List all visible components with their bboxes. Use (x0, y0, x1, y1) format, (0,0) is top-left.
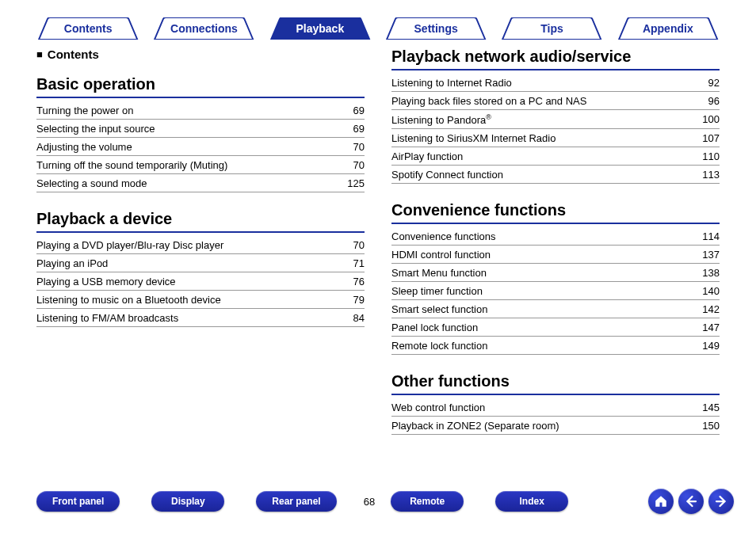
tab-contents[interactable]: Contents (30, 17, 146, 40)
section-title: Playback network audio/service (391, 48, 720, 70)
toc-row[interactable]: Playing an iPod71 (36, 254, 365, 272)
toc-row-page: 140 (702, 285, 720, 297)
toc-row[interactable]: Listening to music on a Bluetooth device… (36, 291, 365, 309)
toc-row-page: 138 (702, 267, 720, 279)
toc-row-label: Listening to FM/AM broadcasts (36, 312, 178, 324)
toc-row-page: 149 (702, 340, 720, 352)
toc-row-label: Web control function (391, 402, 485, 413)
toc-row-label: Panel lock function (391, 322, 478, 333)
toc-row[interactable]: Selecting the input source69 (36, 120, 365, 138)
section-title: Convenience functions (391, 201, 720, 224)
contents-heading: Contents (36, 48, 365, 61)
toc-row-page: 96 (708, 95, 720, 107)
left-column: Contents Basic operationTurning the powe… (36, 48, 365, 470)
toc-row[interactable]: AirPlay function110 (391, 147, 720, 166)
toc-row-page: 70 (353, 159, 365, 171)
tab-label: Tips (540, 22, 563, 35)
toc-row[interactable]: Smart select function142 (391, 300, 720, 318)
section-title: Other functions (391, 372, 720, 395)
toc-row-page: 150 (702, 420, 720, 432)
tab-label: Connections (170, 22, 238, 35)
toc-row-label: Playing an iPod (36, 257, 108, 269)
toc-row-page: 107 (702, 132, 720, 144)
rear-panel-button[interactable]: Rear panel (256, 491, 336, 512)
toc-row-label: Smart select function (391, 303, 487, 315)
toc-section: Playback a devicePlaying a DVD player/Bl… (36, 210, 365, 327)
toc-row-label: HDMI control function (391, 249, 491, 261)
toc-row-page: 125 (347, 177, 365, 189)
tab-playback[interactable]: Playback (262, 17, 378, 40)
toc-row-page: 76 (353, 276, 365, 287)
toc-row-label: Selecting the input source (36, 123, 155, 135)
toc-row-label: Turning the power on (36, 105, 133, 116)
toc-row[interactable]: Web control function145 (391, 398, 720, 417)
toc-row[interactable]: Convenience functions114 (391, 227, 720, 246)
toc-row[interactable]: Listening to Pandora®100 (391, 110, 720, 129)
toc-row[interactable]: Listening to SiriusXM Internet Radio107 (391, 129, 720, 147)
tab-label: Settings (414, 22, 458, 35)
toc-row[interactable]: Spotify Connect function113 (391, 166, 720, 184)
toc-row-page: 110 (702, 150, 720, 162)
toc-row[interactable]: Smart Menu function138 (391, 264, 720, 282)
top-nav-tabs: ContentsConnectionsPlaybackSettingsTipsA… (30, 17, 726, 43)
front-panel-button[interactable]: Front panel (36, 491, 120, 512)
toc-row-label: Playing a USB memory device (36, 276, 176, 287)
toc-section: Convenience functionsConvenience functio… (391, 201, 720, 355)
toc-row-page: 114 (702, 230, 720, 242)
registered-mark: ® (486, 113, 491, 121)
toc-row-label: Adjusting the volume (36, 141, 132, 153)
toc-row[interactable]: Selecting a sound mode125 (36, 174, 365, 192)
toc-row[interactable]: Playback in ZONE2 (Separate room)150 (391, 417, 720, 435)
index-button[interactable]: Index (495, 491, 568, 512)
toc-row[interactable]: Turning off the sound temporarily (Mutin… (36, 156, 365, 174)
toc-row-label: Selecting a sound mode (36, 177, 147, 189)
toc-row[interactable]: Listening to FM/AM broadcasts84 (36, 309, 365, 327)
toc-row-page: 84 (353, 312, 365, 324)
toc-row[interactable]: Adjusting the volume70 (36, 138, 365, 156)
toc-row[interactable]: Listening to Internet Radio92 (391, 74, 720, 92)
bottom-bar: Front panelDisplayRear panel68RemoteInde… (36, 487, 734, 516)
tab-label: Appendix (643, 22, 693, 35)
toc-row[interactable]: Playing back files stored on a PC and NA… (391, 92, 720, 110)
tab-label: Playback (296, 22, 344, 35)
toc-row-label: Spotify Connect function (391, 169, 503, 181)
section-title: Playback a device (36, 210, 365, 233)
display-button[interactable]: Display (151, 491, 224, 512)
toc-section: Basic operationTurning the power on69Sel… (36, 75, 365, 192)
toc-row-label: Smart Menu function (391, 267, 487, 279)
toc-row-page: 71 (353, 257, 365, 269)
page-number: 68 (364, 496, 375, 508)
next-page-icon[interactable] (708, 489, 734, 514)
tab-settings[interactable]: Settings (378, 17, 494, 40)
tab-connections[interactable]: Connections (146, 17, 262, 40)
toc-row-page: 70 (353, 141, 365, 153)
toc-row[interactable]: Turning the power on69 (36, 101, 365, 120)
prev-page-icon[interactable] (678, 489, 704, 514)
toc-row[interactable]: Playing a USB memory device76 (36, 272, 365, 291)
toc-row[interactable]: Panel lock function147 (391, 318, 720, 337)
toc-row-label: Remote lock function (391, 340, 487, 352)
toc-row-page: 100 (702, 113, 720, 126)
toc-row[interactable]: Remote lock function149 (391, 337, 720, 355)
remote-button[interactable]: Remote (391, 491, 464, 512)
toc-row-page: 79 (353, 294, 365, 306)
toc-row-page: 69 (353, 105, 365, 116)
toc-row[interactable]: HDMI control function137 (391, 246, 720, 264)
toc-row-label: Listening to Pandora® (391, 113, 491, 126)
toc-row-page: 142 (702, 303, 720, 315)
toc-row-page: 147 (702, 322, 720, 333)
toc-row-page: 145 (702, 402, 720, 413)
tab-tips[interactable]: Tips (494, 17, 609, 40)
tab-appendix[interactable]: Appendix (610, 17, 726, 40)
toc-row-label: Turning off the sound temporarily (Mutin… (36, 159, 227, 171)
tab-label: Contents (64, 22, 113, 35)
toc-row-label: Playback in ZONE2 (Separate room) (391, 420, 559, 432)
toc-row[interactable]: Sleep timer function140 (391, 282, 720, 300)
toc-section: Other functionsWeb control function145Pl… (391, 372, 720, 435)
home-icon[interactable] (648, 489, 674, 514)
section-title: Basic operation (36, 75, 365, 98)
toc-row-label: Playing a DVD player/Blu-ray Disc player (36, 239, 223, 251)
toc-row[interactable]: Playing a DVD player/Blu-ray Disc player… (36, 236, 365, 254)
toc-row-label: Listening to music on a Bluetooth device (36, 294, 221, 306)
toc-row-label: Convenience functions (391, 230, 496, 242)
